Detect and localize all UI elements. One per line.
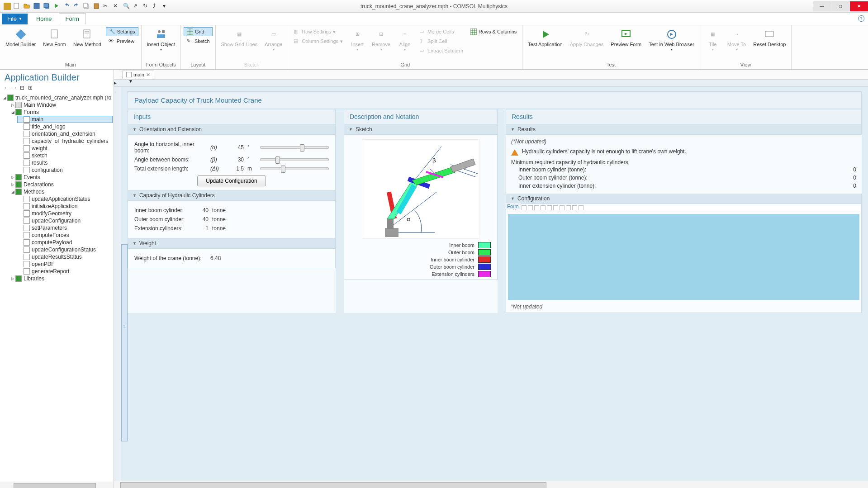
tree-method-item[interactable]: updateResultsStatus [17, 253, 113, 261]
sketch-header[interactable]: ▼Sketch [344, 124, 498, 135]
plot-tool-icon[interactable] [528, 205, 533, 210]
save-icon[interactable] [33, 3, 41, 10]
app-tree[interactable]: ◢truck_mounted_crane_analyzer.mph (ro ▷M… [0, 92, 114, 482]
rows-columns-button[interactable]: Rows & Columns [468, 27, 519, 36]
form-surface[interactable]: Payload Capacity of Truck Mounted Crane … [121, 87, 868, 481]
help-icon[interactable]: ? [858, 15, 864, 22]
tree-form-item[interactable]: orientation_and_extension [17, 130, 113, 137]
tree-form-item[interactable]: title_and_logo [17, 123, 113, 130]
tree-method-item[interactable]: initializeApplication [17, 203, 113, 210]
tree-events[interactable]: ▷Events [9, 174, 113, 181]
minimize-button[interactable]: — [813, 1, 831, 11]
plot-tool-icon[interactable] [560, 205, 564, 210]
grid-layout-button[interactable]: Grid [184, 27, 213, 36]
horizontal-ruler[interactable]: ▼ [114, 80, 868, 87]
redo-icon[interactable] [73, 3, 81, 10]
close-button[interactable]: ✕ [850, 1, 868, 11]
dropdown-icon[interactable]: ▾ [163, 3, 170, 10]
new-method-button[interactable]: New Method [71, 27, 104, 48]
forward-icon[interactable]: → [12, 85, 18, 91]
copy-icon[interactable] [83, 3, 90, 10]
refresh-icon[interactable]: ↻ [143, 3, 150, 10]
new-icon[interactable] [14, 3, 21, 10]
tree-libraries[interactable]: ▷Libraries [9, 275, 113, 282]
form-canvas[interactable]: Payload Capacity of Truck Mounted Crane … [114, 87, 868, 481]
reset-desktop-button[interactable]: Reset Desktop [750, 27, 788, 48]
new-form-button[interactable]: New Form [40, 27, 69, 48]
preview-form-button[interactable]: Preview Form [608, 27, 644, 48]
maximize-button[interactable]: □ [831, 1, 849, 11]
plot-tool-icon[interactable] [534, 205, 539, 210]
beta-slider[interactable] [260, 158, 329, 161]
model-builder-button[interactable]: Model Builder [3, 27, 38, 48]
find-icon[interactable]: 🔍 [123, 3, 130, 10]
back-icon[interactable]: ← [4, 85, 10, 91]
canvas-scrollbar[interactable] [114, 481, 868, 488]
tree-scrollbar[interactable] [0, 482, 114, 488]
undo-icon[interactable] [63, 3, 71, 10]
doc-tab-main[interactable]: main✕ [122, 71, 154, 79]
plot-tool-icon[interactable] [522, 205, 526, 210]
vertical-ruler[interactable] [114, 87, 121, 481]
plot-toolbar[interactable] [507, 205, 860, 212]
expand-icon[interactable]: ⊞ [28, 85, 34, 91]
alpha-slider[interactable] [260, 146, 329, 149]
run-icon[interactable] [53, 3, 61, 10]
settings-button[interactable]: 🔧Settings [106, 27, 138, 36]
open-icon[interactable] [24, 3, 31, 10]
test-browser-button[interactable]: Test in Web Browser▾ [646, 27, 697, 53]
configuration-plot[interactable] [508, 214, 859, 300]
tree-form-item[interactable]: results [17, 159, 113, 166]
tree-method-item[interactable]: setParameters [17, 224, 113, 232]
update-configuration-button[interactable]: Update Configuration [197, 175, 266, 186]
tree-form-item[interactable]: weight [17, 145, 113, 152]
titlebar: ✂ ✕ 🔍 ↗ ↻ ⤴ ▾ truck_mounted_crane_analyz… [0, 0, 868, 13]
tree-declarations[interactable]: ▷Declarations [9, 181, 113, 188]
tab-home[interactable]: Home [29, 13, 59, 24]
paste-icon[interactable] [93, 3, 100, 10]
plot-tool-icon[interactable] [579, 205, 583, 210]
tree-method-item[interactable]: computePayload [17, 239, 113, 246]
tree-method-item[interactable]: updateConfiguration [17, 217, 113, 224]
tree-method-item[interactable]: modifyGeometry [17, 210, 113, 217]
dl-slider[interactable] [260, 167, 329, 170]
tree-method-item[interactable]: computeForces [17, 232, 113, 239]
cut-icon[interactable]: ✂ [103, 3, 110, 10]
save-all-icon[interactable] [43, 3, 51, 10]
tree-forms[interactable]: ◢Forms [9, 109, 113, 116]
export-icon[interactable]: ⤴ [153, 3, 160, 10]
tree-method-item[interactable]: updateConfigurationStatus [17, 246, 113, 253]
tree-form-item[interactable]: configuration [17, 166, 113, 174]
tree-form-main[interactable]: main [17, 116, 113, 123]
configuration-header[interactable]: ▼Configuration [506, 194, 862, 204]
insert-object-button[interactable]: Insert Object▾ [144, 27, 178, 53]
plot-tool-icon[interactable] [541, 205, 545, 210]
delete-icon[interactable]: ✕ [113, 3, 120, 10]
inputs-title: Inputs [128, 109, 336, 124]
close-tab-icon[interactable]: ✕ [146, 72, 150, 78]
tree-method-item[interactable]: openPDF [17, 261, 113, 268]
sketch-layout-button[interactable]: ✎Sketch [184, 37, 213, 46]
tree-form-item[interactable]: sketch [17, 152, 113, 159]
weight-header[interactable]: ▼Weight [128, 238, 336, 249]
capacity-header[interactable]: ▼Capacity of Hydraulic Cylinders [128, 190, 336, 201]
tree-main-window[interactable]: ▷Main Window [9, 101, 113, 109]
tree-methods[interactable]: ◢Methods [9, 188, 113, 195]
goto-icon[interactable]: ↗ [133, 3, 140, 10]
results-sub-header[interactable]: ▼Results [506, 124, 862, 135]
tree-method-item[interactable]: updateApplicationStatus [17, 195, 113, 203]
tab-form[interactable]: Form [59, 13, 86, 24]
test-application-button[interactable]: Test Application [525, 27, 565, 48]
orientation-header[interactable]: ▼Orientation and Extension [128, 124, 336, 135]
file-menu[interactable]: File ▼ [2, 14, 28, 24]
preview-button[interactable]: 👁Preview [106, 37, 138, 46]
plot-tool-icon[interactable] [572, 205, 577, 210]
plot-tool-icon[interactable] [553, 205, 558, 210]
collapse-icon[interactable]: ⊟ [20, 85, 26, 91]
tree-method-item[interactable]: generateReport [17, 268, 113, 275]
grid-extent-marker[interactable] [121, 244, 128, 441]
tree-root[interactable]: ◢truck_mounted_crane_analyzer.mph (ro [1, 94, 113, 101]
plot-tool-icon[interactable] [547, 205, 552, 210]
tree-form-item[interactable]: capacity_of_hydraulic_cylinders [17, 137, 113, 145]
plot-tool-icon[interactable] [566, 205, 571, 210]
